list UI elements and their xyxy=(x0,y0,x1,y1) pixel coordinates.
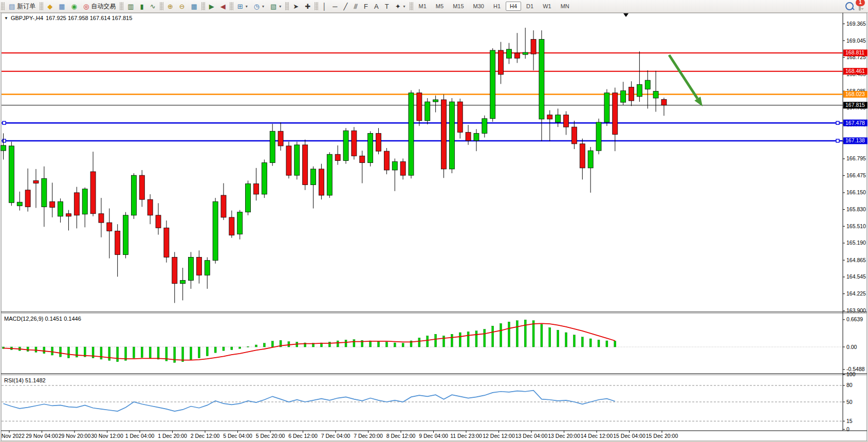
candle-bullish[interactable] xyxy=(294,145,300,175)
candle-bearish[interactable] xyxy=(156,215,161,228)
candle-bearish[interactable] xyxy=(514,53,520,58)
candle-bullish[interactable] xyxy=(270,131,275,162)
candle-bearish[interactable] xyxy=(50,201,55,207)
notifications-button[interactable]: 1 xyxy=(859,3,861,10)
candle-bullish[interactable] xyxy=(343,131,348,160)
candle-bullish[interactable] xyxy=(9,146,14,202)
candle-bearish[interactable] xyxy=(360,156,365,162)
candle-bearish[interactable] xyxy=(107,223,112,231)
candle-bearish[interactable] xyxy=(278,131,283,146)
candle-bearish[interactable] xyxy=(661,99,667,105)
candle-bearish[interactable] xyxy=(221,195,226,217)
level-line-handle[interactable] xyxy=(836,139,839,142)
candle-bullish[interactable] xyxy=(82,189,87,214)
candle-bearish[interactable] xyxy=(115,231,120,254)
tile-windows-button[interactable]: ▦ xyxy=(188,2,199,11)
channel-button[interactable]: ⫻ xyxy=(351,2,360,11)
candle-bearish[interactable] xyxy=(253,183,258,194)
candle-bullish[interactable] xyxy=(392,162,397,170)
timeframe-button-mn[interactable]: MN xyxy=(557,2,574,11)
chart-canvas[interactable]: 169.365169.045168.725168.405168.085167.7… xyxy=(0,12,868,442)
timeframe-button-m5[interactable]: M5 xyxy=(432,2,448,11)
zoom-out-button[interactable]: ⊖ xyxy=(177,2,188,11)
candle-bullish[interactable] xyxy=(246,183,251,212)
candle-bearish[interactable] xyxy=(441,100,446,169)
candle-bearish[interactable] xyxy=(531,39,536,54)
candle-bearish[interactable] xyxy=(376,133,381,151)
candle-bearish[interactable] xyxy=(335,154,340,160)
candle-bearish[interactable] xyxy=(384,151,389,170)
candle-bullish[interactable] xyxy=(449,102,454,169)
candle-bullish[interactable] xyxy=(42,178,47,207)
candle-bearish[interactable] xyxy=(229,217,234,235)
candle-bearish[interactable] xyxy=(400,162,405,176)
candle-bearish[interactable] xyxy=(33,180,39,183)
timeframe-button-w1[interactable]: W1 xyxy=(539,2,556,11)
zoom-in-button[interactable]: ⊕ xyxy=(165,2,176,11)
candle-bearish[interactable] xyxy=(498,50,504,75)
level-line-handle[interactable] xyxy=(836,121,839,124)
line-chart-button[interactable]: ∿ xyxy=(147,2,158,11)
candle-bullish[interactable] xyxy=(556,115,561,122)
autotrading-button[interactable]: ◎自动交易 xyxy=(81,1,118,12)
candle-bullish[interactable] xyxy=(327,154,332,195)
candlestick-chart-button[interactable]: ▮ xyxy=(138,2,146,11)
candle-bullish[interactable] xyxy=(604,93,610,122)
search-icon[interactable] xyxy=(845,2,854,10)
candle-bullish[interactable] xyxy=(621,91,626,102)
candle-bearish[interactable] xyxy=(417,93,422,121)
candle-bearish[interactable] xyxy=(629,87,634,101)
timeframe-button-m15[interactable]: M15 xyxy=(449,2,468,11)
candle-bullish[interactable] xyxy=(262,163,267,194)
arrows-dropdown[interactable]: ✦▾ xyxy=(393,2,408,11)
chart-shift-button[interactable]: ◀ xyxy=(218,2,228,11)
candle-bearish[interactable] xyxy=(466,132,471,140)
candle-bearish[interactable] xyxy=(172,257,177,284)
candle-bullish[interactable] xyxy=(596,122,601,151)
candle-bullish[interactable] xyxy=(311,169,316,185)
candle-bullish[interactable] xyxy=(17,202,22,206)
text-button[interactable]: A xyxy=(372,2,381,11)
candle-bullish[interactable] xyxy=(1,145,6,151)
candle-bullish[interactable] xyxy=(506,49,511,58)
new-chart-dropdown[interactable]: ⊞▾ xyxy=(235,2,250,11)
candle-bearish[interactable] xyxy=(580,144,585,168)
candle-bearish[interactable] xyxy=(457,102,463,132)
candle-bullish[interactable] xyxy=(653,91,658,98)
crosshair-button[interactable]: ✚ xyxy=(302,2,313,11)
candle-bullish[interactable] xyxy=(368,133,373,162)
candle-bullish[interactable] xyxy=(189,257,194,281)
candle-bearish[interactable] xyxy=(319,169,324,195)
timeframe-button-h4[interactable]: H4 xyxy=(506,2,521,11)
candle-bearish[interactable] xyxy=(74,193,79,215)
candle-bullish[interactable] xyxy=(637,84,642,97)
template-dropdown[interactable]: ▧▾ xyxy=(268,2,284,11)
candle-bullish[interactable] xyxy=(433,100,438,102)
candle-bearish[interactable] xyxy=(571,127,577,144)
candle-bullish[interactable] xyxy=(490,50,495,119)
candle-bearish[interactable] xyxy=(352,131,357,156)
candle-bearish[interactable] xyxy=(164,228,169,257)
fibonacci-button[interactable]: F xyxy=(361,2,371,11)
candle-bullish[interactable] xyxy=(213,201,218,260)
period-dropdown[interactable]: ◷▾ xyxy=(251,2,267,11)
candle-bullish[interactable] xyxy=(131,175,136,215)
candle-bearish[interactable] xyxy=(90,172,96,214)
trendline-button[interactable]: ╱ xyxy=(341,2,350,11)
market-watch-button[interactable]: ◆ xyxy=(45,2,55,11)
candle-bullish[interactable] xyxy=(205,261,210,275)
symbol-dropdown-icon[interactable]: ▼ xyxy=(4,16,8,21)
timeframe-button-m1[interactable]: M1 xyxy=(415,2,431,11)
level-line-handle[interactable] xyxy=(3,121,6,124)
candle-bullish[interactable] xyxy=(58,201,63,216)
candle-bullish[interactable] xyxy=(123,215,128,255)
candle-bullish[interactable] xyxy=(237,212,243,234)
level-line-handle[interactable] xyxy=(3,139,6,142)
text-label-button[interactable]: T xyxy=(382,2,392,11)
candle-bearish[interactable] xyxy=(286,146,291,175)
candle-bullish[interactable] xyxy=(180,281,186,284)
auto-scroll-button[interactable]: ▶ xyxy=(207,2,217,11)
candle-bearish[interactable] xyxy=(99,214,104,223)
candle-bullish[interactable] xyxy=(482,119,487,134)
metaeditor-button[interactable]: ▦ xyxy=(56,2,67,11)
